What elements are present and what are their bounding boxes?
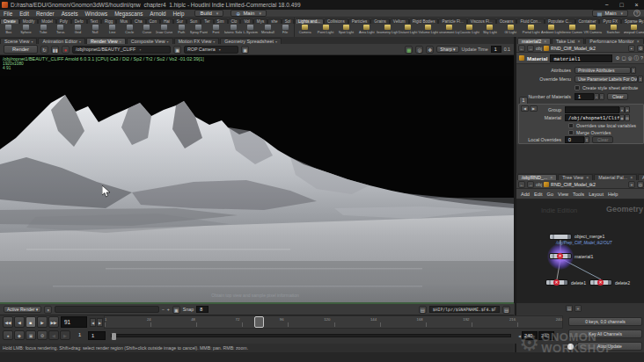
network-node-name[interactable]: RND_Cliff_Model_tk2 (551, 182, 626, 187)
main-right-selector[interactable]: ▤Main (592, 10, 628, 17)
add-shelf-tab-button[interactable]: + (639, 18, 642, 24)
shelf-tool[interactable]: File (276, 24, 294, 35)
pane-add-icon[interactable]: + (574, 305, 582, 312)
pane-tab[interactable]: material2 (517, 38, 551, 44)
main-selector[interactable]: ⊕Main (231, 10, 267, 17)
shelf-tool[interactable]: Sphere (18, 24, 35, 35)
window-control-button[interactable]: × (629, 2, 644, 8)
global-range-slider[interactable] (111, 334, 511, 337)
camera-jump-icon[interactable]: ▣ (241, 46, 249, 54)
shelf-tool[interactable]: Grid (70, 24, 87, 35)
gear-icon[interactable]: ⚙ (615, 55, 619, 62)
render-viewport[interactable]: Obtain top view and sample pixel informa… (0, 76, 514, 302)
transport-button[interactable]: ▶ (37, 316, 48, 328)
range-end-field2[interactable]: 240 (538, 331, 554, 340)
material-count-field[interactable]: 1 (574, 93, 594, 100)
pin-icon[interactable]: ▪ (628, 45, 635, 52)
pause-icon[interactable]: ▮▮ (51, 46, 59, 54)
pane-tab[interactable]: Render View (86, 38, 126, 44)
pane-tab[interactable]: Take List (552, 38, 584, 44)
network-menu-item[interactable]: Add (521, 192, 530, 197)
frame-icon[interactable]: ▢ (621, 55, 626, 62)
shelf-tool[interactable]: Path (172, 24, 190, 35)
pane-tab[interactable]: Performance Monitor (585, 38, 643, 44)
network-menu-item[interactable]: Go (547, 192, 553, 197)
range-slider-handle[interactable] (112, 333, 116, 340)
zoom-icon[interactable]: ◎ (415, 46, 423, 54)
snapshot-plus-button[interactable]: + (167, 307, 170, 312)
rop-selector[interactable]: /obj/ropnet1/BEAUTY_CLIFF (72, 46, 171, 54)
render-button[interactable]: Render (4, 45, 38, 54)
menu-item[interactable]: Assets (58, 11, 82, 17)
pane-tab[interactable]: Geometry Spreadsheet (220, 38, 282, 44)
forward-icon[interactable]: → (527, 45, 534, 52)
timeline-ruler[interactable]: 124487296120144168192216240 (104, 315, 563, 329)
shelf-tool[interactable]: Metaball (260, 24, 277, 35)
stop-icon[interactable]: ● (62, 46, 70, 54)
shelf-tool[interactable]: Camera (295, 24, 315, 35)
local-spinner[interactable]: ⇕ (584, 136, 589, 143)
close-snapshot-icon[interactable]: × (44, 306, 52, 314)
shelf-tool[interactable]: Platonic Solids (224, 24, 242, 35)
shelf-tool[interactable]: VR Camera (582, 24, 603, 35)
transport-button[interactable]: ◀◀ (3, 316, 13, 328)
transport-button[interactable]: ◀ (14, 316, 25, 328)
network-menu-item[interactable]: Edit (534, 192, 543, 197)
open-chooser-icon[interactable]: ▤ (625, 114, 630, 121)
shelf-tool[interactable]: Line (104, 24, 121, 35)
shelf-tool[interactable]: Volume Light (418, 24, 438, 35)
network-menu-item[interactable]: Help (608, 192, 618, 197)
pane-tab[interactable]: Animation Editor (38, 38, 85, 44)
range-start-field[interactable]: 1 (88, 331, 106, 340)
snapshot-camera-icon[interactable]: ▣ (172, 306, 180, 314)
pane-tab[interactable]: Composite View (127, 38, 173, 44)
shelf-tool[interactable]: Ambient Light (541, 24, 561, 35)
shelf-tool[interactable]: Caustic Light (459, 24, 479, 35)
current-frame-field[interactable]: 91 (61, 316, 87, 328)
window-control-button[interactable]: − (599, 2, 614, 8)
clear-overrides-button[interactable]: Clear (592, 136, 613, 143)
realtime-toggle-icon[interactable]: ▣ (26, 330, 36, 340)
playhead[interactable] (254, 316, 264, 328)
update-time-field[interactable]: 1 (491, 46, 501, 53)
pane-tab[interactable]: Tree View (558, 174, 593, 180)
info-icon[interactable]: ⓘ (633, 55, 639, 62)
search-icon[interactable]: ◎ (628, 55, 633, 62)
network-canvas[interactable]: Indie Edition Geometry object_merge1 /ob… (516, 199, 644, 303)
pane-split-icon[interactable]: ▤ (566, 305, 573, 312)
shelf-tool[interactable]: Null (86, 24, 104, 35)
node-name-field[interactable]: material1 (550, 54, 612, 62)
shelf-tool[interactable]: Distant Light (398, 24, 418, 35)
pane-tab[interactable]: /obj/RND_... (517, 174, 557, 180)
playback-options-icon[interactable]: ⚙ (37, 330, 48, 340)
snapshot-slider[interactable] (55, 306, 158, 313)
local-overrides-field[interactable]: 0 (565, 136, 584, 143)
attributes-dropdown[interactable]: Primitive Attributes (574, 67, 631, 74)
count-spinner-down[interactable]: − (599, 93, 604, 100)
group-select-arrow-icon[interactable]: ➤ (625, 106, 630, 113)
shelf-tool[interactable]: Geometry Light (377, 24, 397, 35)
shelf-tool[interactable]: Tube (34, 24, 52, 35)
key-all-channels-dropdown[interactable]: Key All Channels (568, 329, 642, 338)
shelf-tool[interactable]: Environment Light (439, 24, 459, 35)
active-render-dropdown[interactable]: Active Render ▾ (4, 306, 41, 313)
add-icon[interactable]: + (628, 181, 635, 188)
range-end-field[interactable]: 240 (522, 331, 538, 340)
node-object-merge1[interactable] (549, 234, 572, 240)
step-forward-icon[interactable]: ▶ (97, 318, 103, 327)
desktop-selector[interactable]: Build (194, 10, 223, 17)
load-snapshot-icon[interactable]: ▤ (502, 306, 510, 314)
save-snapshot-icon[interactable]: ▤ (419, 306, 427, 314)
shelf-tool[interactable]: L-System (242, 24, 260, 35)
pane-tab[interactable]: Material Pal... (594, 174, 637, 180)
network-menu-item[interactable]: Layout (589, 192, 604, 197)
auto-update-dropdown[interactable]: Auto Update (577, 342, 642, 351)
gear-icon[interactable]: ⚙ (637, 45, 644, 52)
rop-jump-icon[interactable]: ▣ (173, 46, 181, 54)
refresh-icon[interactable]: ↻ (40, 46, 48, 54)
menu-item[interactable]: Arnold (146, 11, 169, 17)
pane-tab[interactable]: Asset Brow... (638, 174, 644, 180)
help-icon[interactable]: ? (633, 10, 640, 17)
menu-item[interactable]: File (0, 11, 16, 17)
menu-item[interactable]: Windows (82, 11, 112, 17)
